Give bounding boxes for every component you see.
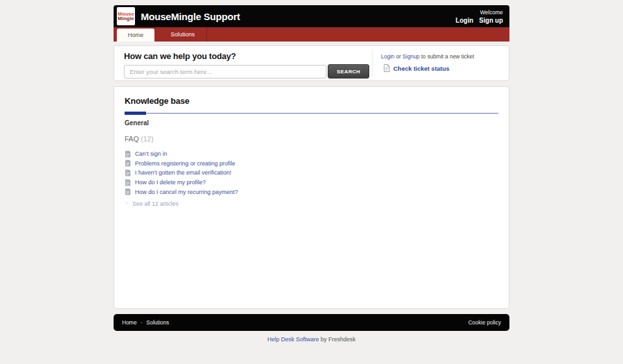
section-divider-accent	[125, 112, 146, 115]
section-divider	[125, 113, 498, 114]
search-input[interactable]	[124, 65, 326, 79]
footer-link-solutions[interactable]: Solutions	[147, 319, 169, 326]
chevron-right-icon: ›	[126, 200, 128, 206]
article-link-cant-sign-in[interactable]: Can’t sign in	[125, 149, 498, 159]
footer-link-home[interactable]: Home	[122, 319, 137, 326]
article-icon	[125, 188, 131, 195]
see-all-articles-label: See all 12 articles	[132, 200, 178, 207]
tab-solutions[interactable]: Solutions	[159, 27, 207, 42]
top-header: Mouse Mingle MouseMingle Support Welcome…	[114, 5, 509, 27]
category-faq-count: (12)	[141, 135, 154, 143]
help-heading: How can we help you today?	[124, 51, 372, 61]
cookie-policy-link[interactable]: Cookie policy	[468, 319, 501, 326]
helpdesk-software-link[interactable]: Help Desk Software	[267, 336, 319, 343]
ticket-area: Login or Signup to submit a new ticket C…	[372, 51, 509, 76]
or-text: or	[396, 53, 401, 60]
welcome-text: Welcome	[456, 9, 503, 16]
knowledge-base-card: Knowledge base General FAQ (12)	[114, 86, 509, 309]
article-link-problems-registering[interactable]: Problems registering or creating profile	[125, 159, 498, 169]
article-icon	[125, 179, 131, 186]
main-nav: Home Solutions	[114, 27, 509, 42]
ticket-page-icon	[384, 64, 390, 72]
article-list: Can’t sign in Problems registering or cr…	[125, 149, 498, 197]
category-faq[interactable]: FAQ (12)	[125, 135, 498, 143]
check-ticket-status-label: Check ticket status	[393, 65, 450, 72]
search-area: How can we help you today? SEARCH	[114, 46, 372, 80]
search-hero-card: How can we help you today? SEARCH Login …	[114, 45, 509, 81]
header-auth-area: Welcome Login Sign up	[456, 9, 509, 24]
article-link-delete-profile[interactable]: How do I delete my profile?	[125, 178, 498, 188]
submit-ticket-text: to submit a new ticket	[421, 53, 474, 60]
footer-separator: -	[141, 319, 143, 326]
freshdesk-credit: Help Desk Software by Freshdesk	[114, 336, 509, 343]
article-icon	[125, 151, 131, 158]
see-all-articles-link[interactable]: › See all 12 articles	[125, 200, 498, 207]
tab-home[interactable]: Home	[117, 29, 154, 42]
by-freshdesk-text: by Freshdesk	[321, 336, 356, 343]
login-link[interactable]: Login	[456, 17, 473, 24]
signup-inline-link[interactable]: Signup	[402, 53, 419, 60]
check-ticket-status[interactable]: Check ticket status	[384, 64, 502, 72]
article-icon	[125, 169, 131, 176]
article-icon	[125, 160, 131, 167]
category-faq-label: FAQ	[125, 135, 139, 143]
support-portal-page: Mouse Mingle MouseMingle Support Welcome…	[0, 0, 623, 343]
search-button[interactable]: SEARCH	[328, 64, 369, 79]
signup-link[interactable]: Sign up	[479, 17, 503, 24]
article-link-cancel-payment[interactable]: How do I cancel my recurring payment?	[125, 187, 498, 197]
section-general: General	[125, 119, 498, 127]
submit-ticket-line: Login or Signup to submit a new ticket	[381, 53, 502, 60]
mousemingle-logo[interactable]: Mouse Mingle	[117, 7, 135, 25]
login-inline-link[interactable]: Login	[381, 53, 395, 60]
portal-title: MouseMingle Support	[141, 11, 240, 22]
article-link-email-verification[interactable]: I haven’t gotten the email verification!	[125, 168, 498, 178]
knowledge-base-title: Knowledge base	[125, 96, 498, 106]
logo-text-bottom: Mingle	[117, 16, 134, 21]
footer-bar: Home - Solutions Cookie policy	[114, 314, 509, 331]
